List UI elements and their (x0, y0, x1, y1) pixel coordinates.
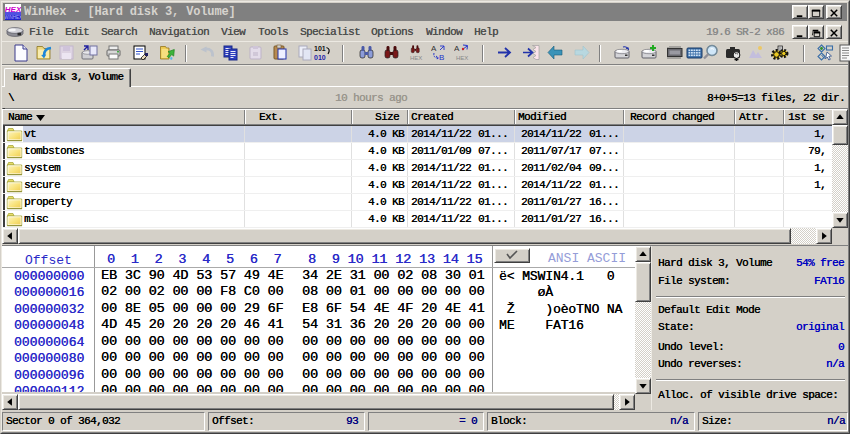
svg-text:HEX: HEX (410, 55, 422, 61)
svg-text:WINHEX: WINHEX (5, 15, 21, 20)
svg-text:A: A (431, 44, 437, 53)
svg-text:010: 010 (314, 54, 326, 61)
svg-text:101: 101 (314, 45, 326, 52)
svg-text:HEX: HEX (456, 55, 468, 61)
svg-text:HEX: HEX (5, 5, 21, 14)
svg-text:A: A (454, 44, 460, 53)
svg-text:B: B (439, 53, 444, 62)
